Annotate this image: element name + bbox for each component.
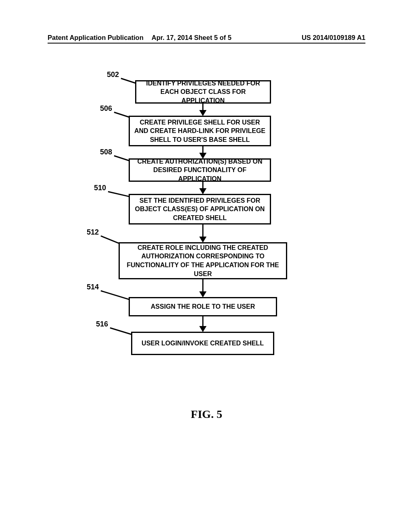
arrow-head-icon — [199, 188, 206, 194]
flow-box-text: USER LOGIN/INVOKE CREATED SHELL — [142, 339, 264, 348]
flow-box-text: CREATE PRIVILEGE SHELL FOR USER AND CREA… — [133, 118, 267, 144]
flow-box-502: IDENTIFY PRIVILEGES NEEDED FOR EACH OBJE… — [135, 80, 271, 104]
arrow-head-icon — [199, 291, 206, 297]
arrow-head-icon — [199, 110, 206, 116]
step-number-506: 506 — [88, 104, 112, 113]
flow-box-text: CREATE ROLE INCLUDING THE CREATED AUTHOR… — [123, 243, 283, 278]
lead-line — [110, 327, 133, 335]
arrow-head-icon — [199, 326, 206, 332]
flow-box-text: ASSIGN THE ROLE TO THE USER — [151, 302, 255, 311]
flow-box-506: CREATE PRIVILEGE SHELL FOR USER AND CREA… — [129, 116, 271, 146]
arrow — [202, 279, 204, 292]
flow-box-text: SET THE IDENTIFIED PRIVILEGES FOR OBJECT… — [133, 196, 267, 222]
step-number-510: 510 — [82, 184, 106, 192]
step-number-502: 502 — [95, 71, 119, 79]
step-number-516: 516 — [84, 320, 108, 328]
arrow-head-icon — [199, 237, 206, 243]
step-number-508: 508 — [88, 148, 112, 156]
header-divider — [48, 43, 365, 44]
flow-box-510: SET THE IDENTIFIED PRIVILEGES FOR OBJECT… — [129, 194, 271, 224]
flow-box-508: CREATE AUTHORIZATION(S) BASED ON DESIRED… — [129, 158, 271, 182]
flow-box-text: CREATE AUTHORIZATION(S) BASED ON DESIRED… — [133, 157, 267, 183]
step-number-514: 514 — [75, 283, 99, 291]
flow-box-514: ASSIGN THE ROLE TO THE USER — [129, 297, 277, 316]
page-header: Patent Application Publication Apr. 17, … — [48, 34, 365, 42]
lead-line — [108, 191, 130, 197]
flow-box-512: CREATE ROLE INCLUDING THE CREATED AUTHOR… — [119, 242, 287, 279]
lead-line — [101, 290, 132, 301]
lead-line — [114, 155, 131, 161]
lead-line — [114, 112, 131, 118]
arrow — [202, 224, 204, 237]
header-patent-number: US 2014/0109189 A1 — [302, 34, 365, 42]
arrow — [202, 316, 204, 327]
header-publication-type: Patent Application Publication — [48, 34, 144, 42]
figure-label: FIG. 5 — [0, 408, 413, 421]
lead-line — [101, 235, 121, 244]
step-number-512: 512 — [75, 228, 99, 237]
header-date-sheet: Apr. 17, 2014 Sheet 5 of 5 — [152, 34, 232, 42]
flow-box-516: USER LOGIN/INVOKE CREATED SHELL — [131, 332, 274, 355]
flow-box-text: IDENTIFY PRIVILEGES NEEDED FOR EACH OBJE… — [140, 79, 267, 105]
